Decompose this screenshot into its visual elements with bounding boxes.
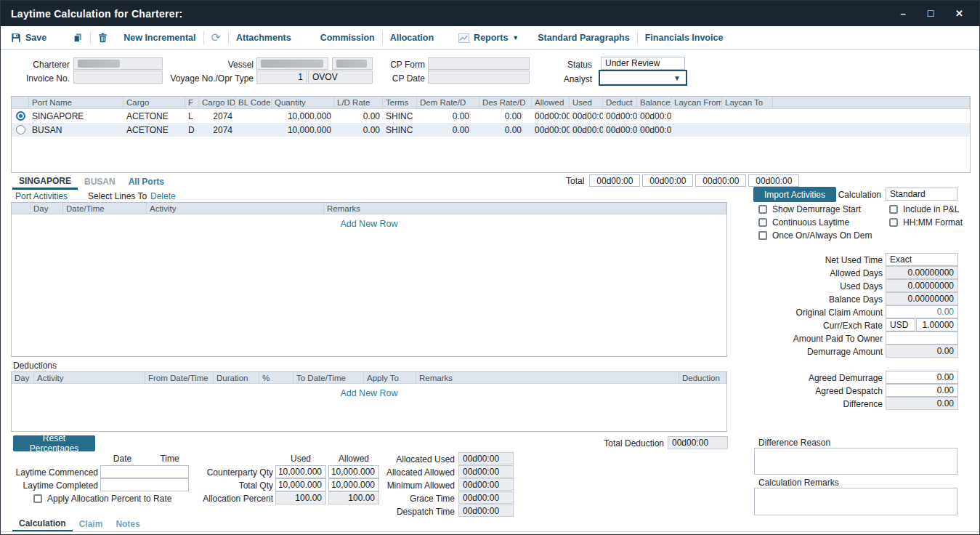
used-column-label: Used bbox=[275, 453, 326, 465]
tab-notes[interactable]: Notes bbox=[109, 518, 146, 532]
port-radio-selected[interactable] bbox=[16, 111, 25, 121]
cp-form-label: CP Form bbox=[384, 59, 425, 71]
status-field[interactable]: Under Review bbox=[601, 57, 685, 70]
toolbar: Save New Incremental ⟳ Attachments Commi bbox=[1, 26, 979, 50]
deductions-add-new-row-link[interactable]: Add New Row bbox=[12, 388, 726, 398]
port-table: Port Name Cargo F Cargo ID BL Code Quant… bbox=[11, 96, 971, 173]
despatch-time-label: Despatch Time bbox=[363, 506, 455, 518]
total-qty-label: Total Qty bbox=[174, 480, 273, 492]
new-incremental-button[interactable]: New Incremental bbox=[123, 33, 195, 43]
port-radio-unselected[interactable] bbox=[16, 125, 25, 134]
minimum-allowed-field: 00d00:00 bbox=[458, 478, 514, 491]
attachments-button[interactable]: Attachments bbox=[236, 33, 291, 43]
status-label: Status bbox=[535, 59, 592, 71]
minimize-button[interactable]: – bbox=[900, 1, 905, 26]
laytime-calculation-window: Laytime Calculation for Charterer: – □ ✕… bbox=[0, 0, 980, 535]
close-button[interactable]: ✕ bbox=[955, 1, 963, 26]
balance-days-field: 0.00000000 bbox=[886, 292, 958, 305]
commission-button[interactable]: Commission bbox=[320, 33, 375, 43]
deductions-table: Day Activity From Date/Time Duration % T… bbox=[11, 371, 727, 432]
continuous-laytime-label: Continuous Laytime bbox=[772, 217, 849, 228]
bottom-divider bbox=[1, 531, 979, 532]
continuous-laytime-row: Continuous Laytime bbox=[758, 217, 849, 228]
activities-add-new-row-link[interactable]: Add New Row bbox=[12, 219, 726, 229]
maximize-button[interactable]: □ bbox=[928, 1, 934, 26]
window-controls: – □ ✕ bbox=[900, 1, 969, 26]
copy-button[interactable] bbox=[73, 33, 83, 43]
standard-paragraphs-button[interactable]: Standard Paragraphs bbox=[538, 33, 629, 43]
reset-percentages-button[interactable]: Reset Percentages bbox=[13, 435, 95, 451]
amount-paid-to-owner-field[interactable] bbox=[886, 331, 958, 345]
report-chart-icon bbox=[458, 33, 469, 43]
allocation-percent-label: Allocation Percent bbox=[174, 493, 273, 505]
vessel-label: Vessel bbox=[179, 59, 254, 71]
once-on-dem-label: Once On/Always On Dem bbox=[772, 230, 872, 241]
allowed-days-field: 0.00000000 bbox=[886, 266, 958, 279]
hhmm-format-label: HH:MM Format bbox=[903, 217, 963, 228]
tab-all-ports[interactable]: All Ports bbox=[122, 175, 171, 190]
port-row-singapore[interactable]: SINGAPORE ACETONE L 2074 10,000.000 0.00… bbox=[12, 109, 970, 123]
counterparty-qty-used-field[interactable]: 10,000.000 bbox=[275, 465, 326, 478]
calculation-field[interactable]: Standard bbox=[886, 188, 957, 201]
include-in-pl-label: Include in P&L bbox=[903, 204, 959, 214]
currency-field[interactable]: USD bbox=[886, 318, 915, 331]
reports-dropdown-icon: ▼ bbox=[512, 34, 519, 41]
save-button[interactable]: Save bbox=[11, 33, 46, 43]
allowed-days-label: Allowed Days bbox=[742, 268, 883, 280]
header-form: Charterer Invoice No. Vessel Voyage No./… bbox=[1, 50, 979, 96]
activities-table-header: Day Date/Time Activity Remarks bbox=[12, 203, 726, 214]
refresh-button[interactable]: ⟳ bbox=[211, 33, 221, 43]
total-used-field[interactable]: 00d00:00 bbox=[642, 174, 693, 187]
original-claim-amount-field[interactable]: 0.00 bbox=[886, 305, 958, 318]
show-demurrage-start-row: Show Demurrage Start bbox=[758, 204, 861, 214]
reports-button[interactable]: Reports ▼ bbox=[458, 33, 519, 43]
include-in-pl-checkbox[interactable] bbox=[889, 205, 898, 214]
delete-lines-link[interactable]: Delete bbox=[150, 190, 176, 203]
tab-singapore[interactable]: SINGAPORE bbox=[12, 174, 78, 190]
charterer-field bbox=[73, 57, 163, 70]
bottom-tabstrip: Calculation Claim Notes bbox=[12, 517, 147, 532]
charterer-redacted-value bbox=[78, 60, 120, 68]
exchange-rate-field[interactable]: 1.00000 bbox=[916, 318, 958, 331]
titlebar: Laytime Calculation for Charterer: – □ ✕ bbox=[1, 1, 979, 26]
total-allowed-field[interactable]: 00d00:00 bbox=[589, 174, 640, 187]
hhmm-format-row: HH:MM Format bbox=[889, 217, 963, 228]
save-label: Save bbox=[25, 33, 46, 43]
continuous-laytime-checkbox[interactable] bbox=[758, 218, 767, 227]
minimum-allowed-label: Minimum Allowed bbox=[363, 480, 455, 492]
apply-allocation-label: Apply Allocation Percent to Rate bbox=[47, 494, 171, 504]
show-demurrage-start-checkbox[interactable] bbox=[758, 205, 767, 214]
include-in-pl-row: Include in P&L bbox=[889, 204, 959, 214]
vessel-redacted-value bbox=[261, 60, 323, 68]
despatch-time-field: 00d00:00 bbox=[458, 504, 514, 517]
tab-calculation[interactable]: Calculation bbox=[12, 517, 73, 532]
apply-allocation-checkbox[interactable] bbox=[33, 494, 42, 503]
tab-claim[interactable]: Claim bbox=[73, 518, 110, 532]
tab-busan[interactable]: BUSAN bbox=[78, 175, 122, 190]
agreed-demurrage-field[interactable]: 0.00 bbox=[886, 371, 958, 384]
total-deduction-label: Total Deduction bbox=[580, 438, 664, 450]
port-row-busan[interactable]: BUSAN ACETONE D 2074 10,000.000 0.00 SHI… bbox=[12, 123, 970, 137]
cp-date-field bbox=[428, 71, 530, 84]
allocation-percent-used-field: 100.00 bbox=[275, 491, 326, 504]
import-activities-button[interactable]: Import Activities bbox=[753, 187, 836, 202]
calculation-label: Calculation bbox=[829, 189, 881, 201]
financials-invoice-button[interactable]: Financials Invoice bbox=[645, 33, 724, 43]
once-on-dem-checkbox[interactable] bbox=[758, 231, 767, 240]
difference-reason-textarea[interactable] bbox=[754, 448, 957, 475]
delete-button[interactable] bbox=[98, 33, 108, 43]
analyst-dropdown[interactable]: ▼ bbox=[599, 70, 687, 86]
once-on-dem-row: Once On/Always On Dem bbox=[758, 230, 872, 241]
total-deduct-field[interactable]: 00d00:00 bbox=[695, 174, 746, 187]
calculation-remarks-textarea[interactable] bbox=[754, 488, 957, 515]
agreed-despatch-field[interactable]: 0.00 bbox=[886, 384, 958, 397]
hhmm-format-checkbox[interactable] bbox=[889, 218, 898, 227]
net-used-time-field[interactable]: Exact bbox=[886, 253, 958, 266]
grace-time-field: 00d00:00 bbox=[458, 491, 514, 504]
total-deduction-field: 00d00:00 bbox=[668, 436, 728, 449]
allocation-button[interactable]: Allocation bbox=[390, 33, 434, 43]
agreed-despatch-label: Agreed Despatch bbox=[742, 385, 883, 398]
port-activities-title: Port Activities bbox=[15, 190, 68, 203]
total-balance-field[interactable]: 00d00:00 bbox=[748, 174, 799, 187]
total-qty-used-field[interactable]: 10,000.000 bbox=[275, 478, 326, 491]
